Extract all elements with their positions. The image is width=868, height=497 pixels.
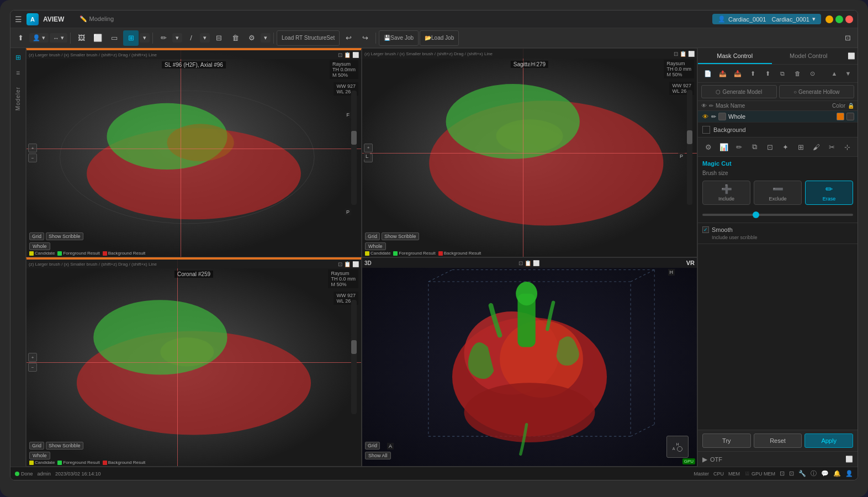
- status-icon-4[interactable]: ⓘ: [811, 469, 817, 478]
- load-rt-button[interactable]: Load RT StructureSet: [277, 30, 340, 46]
- 3d-icon-3[interactable]: ⬜: [533, 260, 539, 266]
- brush-size-slider[interactable]: [702, 214, 853, 216]
- axial-slider[interactable]: [351, 91, 357, 205]
- bg-checkbox[interactable]: [702, 126, 710, 134]
- mask-btn-invert[interactable]: ⊙: [806, 67, 819, 80]
- load-job-button[interactable]: 📂 Load Job: [420, 30, 459, 46]
- whole-mask-name[interactable]: Whole: [728, 113, 834, 120]
- smooth-checkbox[interactable]: ✓: [702, 226, 709, 233]
- generate-model-button[interactable]: ⬡ Generate Model: [701, 85, 777, 98]
- axial-nav-minus[interactable]: −: [28, 154, 37, 162]
- cor-nav-plus[interactable]: +: [28, 353, 37, 362]
- mc-exclude-button[interactable]: ➖ Exclude: [754, 181, 802, 205]
- generate-hollow-button[interactable]: ○ Generate Hollow: [779, 85, 855, 98]
- cor-icon-2[interactable]: 📋: [344, 261, 351, 267]
- axial-tag-grid[interactable]: Grid: [29, 232, 44, 240]
- toolbar-btn-8[interactable]: 🗑: [227, 30, 243, 46]
- toolbar-redo[interactable]: ↪: [357, 30, 373, 46]
- status-icon-7[interactable]: 👤: [845, 470, 853, 477]
- toolbar-dropdown-3[interactable]: ▾: [140, 33, 150, 43]
- toolbar-btn-4[interactable]: ⊞: [123, 30, 139, 46]
- sag-icon-2[interactable]: 📋: [680, 51, 686, 57]
- apply-button[interactable]: Apply: [805, 433, 853, 448]
- sag-nav-plus[interactable]: +: [364, 144, 373, 152]
- panel-expand-icon[interactable]: ⬜: [848, 52, 855, 60]
- status-icon-1[interactable]: ⊡: [780, 470, 785, 477]
- toolbar-dropdown-5[interactable]: ▾: [200, 33, 210, 43]
- toolbar-btn-1[interactable]: 🖼: [73, 30, 89, 46]
- tool-copy-struct[interactable]: ⧉: [748, 140, 761, 154]
- toolbar-nav-icon[interactable]: ⬆: [13, 30, 28, 46]
- sag-tag-grid[interactable]: Grid: [365, 232, 380, 240]
- nav-compass[interactable]: H A: [666, 436, 689, 458]
- mc-erase-button[interactable]: ✏ Erase: [805, 181, 853, 205]
- 3d-tag-grid[interactable]: Grid: [365, 442, 380, 450]
- mask-btn-upload[interactable]: ⬆: [746, 67, 759, 80]
- cor-tag-scribble[interactable]: Show Scribble: [46, 442, 83, 450]
- 3d-icon-1[interactable]: ⊡: [518, 260, 523, 266]
- tool-settings[interactable]: ⚙: [701, 140, 715, 154]
- lock-icon[interactable]: 🔒: [848, 103, 854, 109]
- mask-btn-export[interactable]: 📤: [716, 67, 729, 80]
- mask-btn-copy[interactable]: ⧉: [776, 67, 789, 80]
- whole-color-alt[interactable]: [846, 113, 854, 120]
- tool-window[interactable]: ⊡: [763, 140, 777, 154]
- mask-btn-import[interactable]: 📥: [731, 67, 744, 80]
- mask-btn-upload2[interactable]: ⬆: [761, 67, 774, 80]
- tool-chart[interactable]: 📊: [717, 140, 731, 154]
- tool-brush[interactable]: 🖌: [809, 140, 823, 154]
- close-button[interactable]: [845, 15, 853, 23]
- status-icon-2[interactable]: ⊡: [789, 470, 794, 477]
- status-icon-5[interactable]: 💬: [821, 470, 829, 477]
- tool-resize[interactable]: ⊹: [840, 140, 854, 154]
- mask-nav-up[interactable]: ▲: [828, 67, 840, 80]
- coronal-slider-thumb[interactable]: [351, 340, 357, 354]
- sidebar-icon-layers[interactable]: ≡: [12, 67, 24, 79]
- axial-icon-1[interactable]: ⊡: [338, 52, 342, 58]
- axial-nav-plus[interactable]: +: [28, 144, 37, 152]
- otf-right-icon[interactable]: ⬜: [845, 456, 853, 463]
- hamburger-icon[interactable]: ☰: [15, 15, 22, 24]
- toolbar-dropdown-1[interactable]: 👤▾: [29, 33, 49, 43]
- 3d-icon-2[interactable]: 📋: [525, 260, 531, 266]
- axial-icon-2[interactable]: 📋: [344, 52, 351, 58]
- mask-btn-new[interactable]: 📄: [701, 67, 714, 80]
- axial-tag-scribble[interactable]: Show Scribble: [46, 232, 83, 240]
- tool-grid[interactable]: ⊞: [794, 140, 808, 154]
- cor-icon-1[interactable]: ⊡: [338, 261, 342, 267]
- toolbar-dropdown-2[interactable]: ↔▾: [50, 33, 67, 43]
- tool-star[interactable]: ✦: [779, 140, 792, 154]
- mask-nav-down[interactable]: ▼: [842, 67, 854, 80]
- toolbar-btn-9[interactable]: ⚙: [244, 30, 260, 46]
- toolbar-btn-2[interactable]: ⬜: [90, 30, 105, 46]
- mc-include-button[interactable]: ➕ Include: [702, 181, 750, 205]
- axial-slider-thumb[interactable]: [351, 131, 357, 145]
- whole-edit-icon[interactable]: ✏: [711, 113, 716, 120]
- whole-color-indicator[interactable]: [837, 113, 844, 120]
- tool-scissors[interactable]: ✂: [825, 140, 839, 154]
- sagittal-slider[interactable]: [687, 90, 692, 204]
- toolbar-undo[interactable]: ↩: [341, 30, 356, 46]
- sag-icon-1[interactable]: ⊡: [674, 51, 678, 57]
- reset-button[interactable]: Reset: [754, 433, 802, 448]
- axial-icon-3[interactable]: ⬜: [352, 52, 359, 58]
- toolbar-btn-7[interactable]: ⊟: [211, 30, 226, 46]
- whole-visibility-icon[interactable]: 👁: [701, 113, 709, 120]
- cor-tag-grid[interactable]: Grid: [29, 442, 44, 450]
- toolbar-btn-3[interactable]: ▭: [107, 30, 122, 46]
- toolbar-btn-5[interactable]: ✏: [156, 30, 171, 46]
- status-icon-6[interactable]: 🔔: [833, 470, 841, 477]
- minimize-button[interactable]: [825, 15, 833, 23]
- mask-btn-delete[interactable]: 🗑: [791, 67, 804, 80]
- sagittal-slider-thumb[interactable]: [687, 130, 692, 144]
- try-button[interactable]: Try: [702, 433, 751, 448]
- otf-arrow[interactable]: ▶: [702, 456, 707, 463]
- coronal-slider[interactable]: [351, 300, 357, 414]
- user-area[interactable]: 👤 Cardiac_0001 Cardiac_0001 ▾: [712, 14, 821, 24]
- sag-tag-scribble[interactable]: Show Scribble: [382, 232, 419, 240]
- tab-model-control[interactable]: Model Control: [772, 48, 846, 64]
- sidebar-icon-grid[interactable]: ⊞: [12, 51, 24, 64]
- status-icon-3[interactable]: 🔧: [798, 470, 806, 477]
- tool-pencil[interactable]: ✏: [732, 140, 746, 154]
- cor-nav-minus[interactable]: −: [28, 363, 37, 372]
